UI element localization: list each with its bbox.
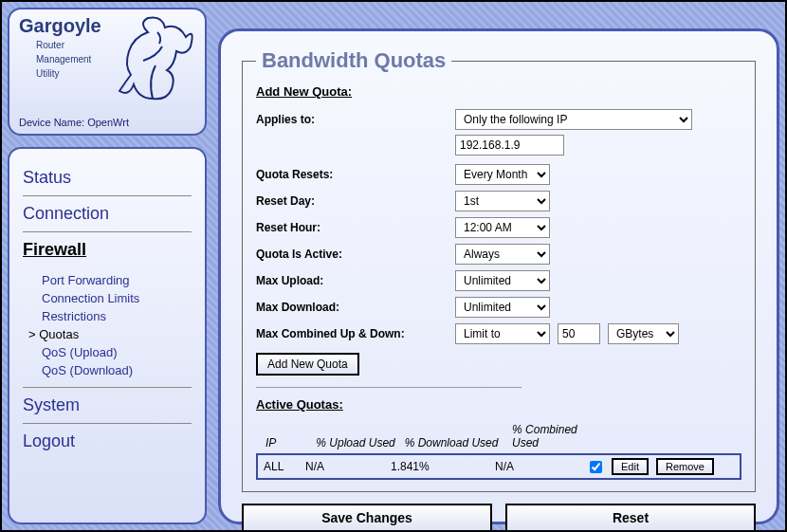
- col-upload: % Upload Used: [316, 436, 401, 449]
- select-quota-active[interactable]: Always: [455, 244, 550, 265]
- subnav-port-forwarding[interactable]: Port Forwarding: [42, 271, 192, 289]
- select-reset-day[interactable]: 1st: [455, 191, 550, 211]
- select-max-upload[interactable]: Unlimited: [455, 270, 550, 291]
- quota-table-row: ALL N/A 1.841% N/A Edit Remove: [256, 453, 741, 480]
- label-quota-active: Quota Is Active:: [256, 248, 455, 261]
- gargoyle-icon: [110, 13, 195, 103]
- quota-fieldset: Bandwidth Quotas Add New Quota: Applies …: [242, 48, 756, 492]
- label-applies-to: Applies to:: [256, 113, 455, 126]
- cell-download: 1.841%: [391, 460, 495, 473]
- reset-button[interactable]: Reset: [505, 504, 756, 532]
- active-quotas-header: Active Quotas:: [256, 397, 741, 412]
- label-max-download: Max Download:: [256, 301, 455, 314]
- nav-panel: Status Connection Firewall Port Forwardi…: [8, 147, 207, 524]
- label-quota-resets: Quota Resets:: [256, 168, 455, 181]
- divider: [256, 387, 522, 388]
- subnav-quotas[interactable]: Quotas: [42, 325, 192, 343]
- label-max-combined: Max Combined Up & Down:: [256, 327, 455, 340]
- select-max-download[interactable]: Unlimited: [455, 297, 550, 318]
- label-reset-day: Reset Day:: [256, 194, 455, 208]
- col-download: % Download Used: [405, 436, 509, 449]
- cell-upload: N/A: [305, 460, 391, 473]
- cell-combined: N/A: [495, 460, 590, 473]
- subnav-qos-upload[interactable]: QoS (Upload): [42, 343, 192, 361]
- select-combined-unit[interactable]: GBytes: [608, 323, 679, 344]
- nav-firewall[interactable]: Firewall: [23, 232, 192, 267]
- nav-connection[interactable]: Connection: [23, 196, 192, 232]
- label-max-upload: Max Upload:: [256, 274, 455, 287]
- quota-table-header: IP % Upload Used % Download Used % Combi…: [256, 419, 741, 453]
- add-new-quota-button[interactable]: Add New Quota: [256, 353, 359, 376]
- subnav-restrictions[interactable]: Restrictions: [42, 307, 192, 325]
- remove-button[interactable]: Remove: [656, 458, 714, 475]
- label-reset-hour: Reset Hour:: [256, 221, 455, 234]
- main-panel: Bandwidth Quotas Add New Quota: Applies …: [218, 28, 779, 524]
- col-combined: % Combined Used: [512, 423, 607, 449]
- edit-button[interactable]: Edit: [612, 458, 649, 475]
- device-name: Device Name: OpenWrt: [19, 117, 129, 128]
- nav-firewall-sub: Port Forwarding Connection Limits Restri…: [23, 267, 192, 388]
- select-max-combined[interactable]: Limit to: [455, 323, 550, 344]
- logo-panel: Gargoyle Router Management Utility Devic…: [8, 8, 207, 136]
- subnav-connection-limits[interactable]: Connection Limits: [42, 289, 192, 307]
- select-applies-to[interactable]: Only the following IP: [455, 109, 692, 130]
- input-combined-value[interactable]: [558, 323, 600, 344]
- select-quota-resets[interactable]: Every Month: [455, 164, 550, 185]
- input-ip[interactable]: [455, 135, 564, 156]
- nav-logout[interactable]: Logout: [23, 424, 192, 459]
- row-checkbox[interactable]: [590, 461, 602, 473]
- subnav-qos-download[interactable]: QoS (Download): [42, 361, 192, 379]
- cell-ip: ALL: [264, 460, 305, 473]
- save-changes-button[interactable]: Save Changes: [242, 504, 492, 532]
- add-new-quota-header: Add New Quota:: [256, 84, 741, 99]
- nav-system[interactable]: System: [23, 388, 192, 424]
- col-ip: IP: [265, 436, 313, 449]
- nav-status[interactable]: Status: [23, 160, 192, 196]
- page-title: Bandwidth Quotas: [256, 48, 451, 73]
- select-reset-hour[interactable]: 12:00 AM: [455, 217, 550, 238]
